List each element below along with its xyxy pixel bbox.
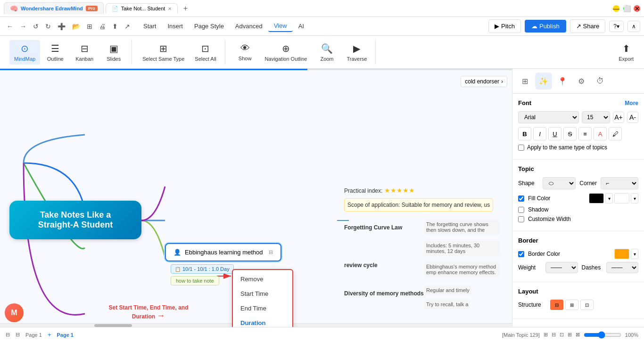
panel-tab-format[interactable]: ⊞: [516, 73, 533, 90]
panel-tab-timer[interactable]: ⏱: [592, 73, 609, 90]
outline-button[interactable]: ☰ Outline: [41, 40, 69, 65]
italic-button[interactable]: I: [533, 127, 546, 140]
redo-button[interactable]: ↻: [42, 21, 54, 32]
underline-button[interactable]: U: [548, 127, 561, 140]
export-button[interactable]: ⬆ Export: [614, 40, 638, 65]
toggle-panel-icon[interactable]: ⊟: [16, 332, 20, 338]
border-color-dropdown[interactable]: ▾: [631, 249, 638, 259]
layout-opt-3[interactable]: ⊡: [580, 300, 594, 310]
fullscreen-icon[interactable]: ⊠: [576, 332, 580, 338]
dashes-select[interactable]: ——: [606, 262, 639, 273]
pitch-icon: ▶: [495, 23, 499, 30]
main-topic-node[interactable]: Take Notes Like aStraight-A Student: [9, 201, 141, 239]
panel-tab-style[interactable]: ✨: [535, 73, 552, 90]
select-same-type-button[interactable]: ⊞ Select Same Type: [138, 40, 189, 65]
more-link[interactable]: More: [625, 100, 638, 106]
fill-color-swatch[interactable]: [589, 193, 604, 204]
canvas[interactable]: cold endorser ›: [0, 69, 512, 327]
weight-select[interactable]: ——: [545, 262, 578, 273]
menu-page-style[interactable]: Page Style: [189, 20, 230, 32]
slides-button[interactable]: ▣ Slides: [99, 40, 128, 65]
new-button[interactable]: ➕: [55, 21, 68, 32]
tab-close-button[interactable]: ✕: [168, 6, 172, 11]
zoom-slider[interactable]: [584, 331, 621, 339]
help-button[interactable]: ?▾: [609, 21, 624, 32]
border-color-checkbox[interactable]: [518, 251, 524, 257]
font-size-increase[interactable]: A+: [613, 112, 624, 123]
panel-tab-location[interactable]: 📍: [554, 73, 571, 90]
collapse-button[interactable]: ∧: [627, 21, 640, 32]
menu-advanced[interactable]: Advanced: [230, 20, 268, 32]
minimize-button[interactable]: —: [613, 5, 619, 12]
shadow-checkbox[interactable]: [518, 207, 524, 213]
fill-color-checkbox[interactable]: [518, 195, 524, 202]
ebbinghaus-node[interactable]: 👤 Ebbinghaus learning method ⊟: [165, 243, 281, 261]
kanban-button[interactable]: ⊟ Kanban: [70, 40, 99, 65]
ctx-remove[interactable]: Remove: [233, 272, 292, 286]
menu-start[interactable]: Start: [138, 20, 162, 32]
undo-button[interactable]: ↺: [30, 21, 41, 32]
font-size-select[interactable]: 15: [582, 111, 610, 123]
print-button[interactable]: 🖨: [96, 21, 108, 32]
expand-icon[interactable]: ⊞: [568, 332, 572, 338]
show-button[interactable]: 👁 Show: [231, 40, 259, 64]
customize-width-checkbox[interactable]: [518, 216, 524, 222]
note-node[interactable]: how to take note: [171, 276, 219, 285]
back-button[interactable]: ←: [4, 21, 16, 32]
open-button[interactable]: 📂: [69, 21, 83, 32]
zoom-button[interactable]: 🔍 Zoom: [313, 40, 341, 65]
font-color-button[interactable]: A: [594, 127, 607, 140]
highlight-button[interactable]: 🖊: [609, 127, 622, 140]
doc-tab[interactable]: 📄 Take Not... Student ✕: [106, 3, 178, 14]
strikethrough-button[interactable]: S: [563, 127, 577, 140]
border-color-swatch[interactable]: [614, 249, 629, 259]
menu-view[interactable]: View: [268, 20, 293, 32]
export-menu-button[interactable]: ⬆: [109, 21, 121, 32]
add-page-button[interactable]: +: [48, 331, 51, 338]
layout-opt-2[interactable]: ⊞: [565, 300, 578, 310]
maximize-button[interactable]: ⬜: [623, 5, 630, 12]
ctx-start-time[interactable]: Start Time: [233, 286, 292, 301]
template-button[interactable]: ⊞: [84, 21, 95, 32]
new-tab-button[interactable]: +: [180, 3, 191, 14]
outline-label: Outline: [47, 56, 64, 62]
mindmap-button[interactable]: ⊙ MindMap: [9, 40, 40, 65]
scrollbar-thumb[interactable]: [94, 324, 132, 327]
bold-button[interactable]: B: [518, 127, 531, 140]
close-button[interactable]: ✕: [634, 5, 640, 12]
split-icon[interactable]: ⊟: [552, 332, 556, 338]
ctx-duration[interactable]: Duration: [233, 316, 292, 327]
publish-button[interactable]: ☁ Publish: [525, 20, 566, 33]
toggle-sidebar-icon[interactable]: ⊟: [6, 332, 10, 338]
cold-endorser-node[interactable]: cold endorser ›: [461, 76, 507, 87]
ctx-end-time[interactable]: End Time: [233, 301, 292, 316]
doc-tab-label: Take Not... Student: [121, 6, 165, 11]
share-menu-button[interactable]: ↗: [122, 21, 133, 32]
shape-select[interactable]: ⬭: [543, 177, 576, 189]
corner-select[interactable]: ⌐: [601, 177, 638, 189]
panel-tab-effects[interactable]: ⚙: [573, 73, 590, 90]
menu-insert[interactable]: Insert: [162, 20, 189, 32]
layout-opt-1[interactable]: ⊟: [550, 300, 563, 310]
apply-same-type-checkbox[interactable]: [518, 145, 524, 151]
align-icon[interactable]: ⊡: [560, 332, 564, 338]
select-all-button[interactable]: ⊡ Select All: [190, 40, 221, 65]
status-bar: ⊟ ⊟ Page 1 + Page 1 [Main Topic 129] ⊞ ⊟…: [0, 327, 644, 342]
fill-color-dropdown[interactable]: ▾: [605, 193, 613, 204]
pitch-button[interactable]: ▶ Pitch: [488, 19, 521, 33]
font-family-select[interactable]: Arial: [518, 111, 579, 123]
shape-row: Shape ⬭ Corner ⌐: [518, 177, 638, 189]
fill-color-secondary[interactable]: [614, 193, 629, 204]
share-button[interactable]: ↗ Share: [570, 19, 606, 33]
font-size-decrease[interactable]: A-: [627, 112, 638, 123]
traverse-button[interactable]: ▶ Traverse: [342, 40, 372, 65]
task-bar-node[interactable]: 📋 10/1 - 10/1 : 1.0 Day: [171, 264, 234, 274]
forward-button[interactable]: →: [17, 21, 29, 32]
align-button[interactable]: ≡: [578, 127, 592, 140]
navigation-outline-button[interactable]: ⊕ Navigation Outline: [260, 40, 312, 65]
publish-label: Publish: [539, 23, 560, 30]
app-tab-1[interactable]: 🧠 Wondershare EdrawMind Pro: [4, 2, 104, 14]
fill-color-secondary-dropdown[interactable]: ▾: [631, 193, 638, 204]
menu-ai[interactable]: AI: [293, 20, 310, 32]
copy-icon[interactable]: ⊞: [544, 332, 548, 338]
